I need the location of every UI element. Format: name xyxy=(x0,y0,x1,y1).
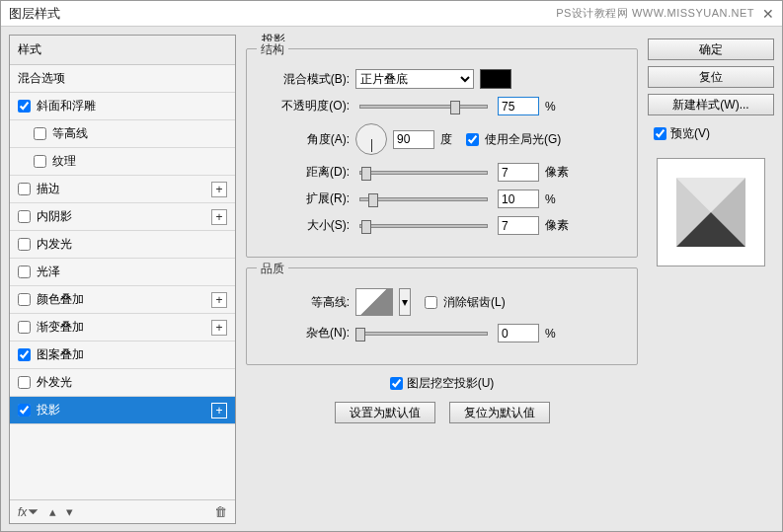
distance-slider[interactable] xyxy=(359,171,488,175)
quality-legend: 品质 xyxy=(257,261,288,277)
structure-fieldset: 结构 混合模式(B): 正片叠底 不透明度(O): % 角度(A): 度 使用全… xyxy=(246,48,638,258)
add-effect-icon[interactable]: + xyxy=(211,403,227,418)
style-checkbox[interactable] xyxy=(18,210,31,223)
preview-shape xyxy=(676,178,745,247)
style-checkbox[interactable] xyxy=(34,155,46,168)
add-effect-icon[interactable]: + xyxy=(211,292,227,308)
blend-mode-select[interactable]: 正片叠底 xyxy=(355,69,474,89)
contour-picker[interactable] xyxy=(355,288,393,316)
window-title: 图层样式 xyxy=(9,5,556,23)
fx-menu-icon[interactable]: fx⏷ xyxy=(18,504,39,519)
style-row-2[interactable]: 纹理 xyxy=(10,148,235,176)
angle-dial[interactable] xyxy=(355,123,387,155)
blend-mode-row: 混合模式(B): 正片叠底 xyxy=(261,69,623,89)
style-checkbox[interactable] xyxy=(18,238,31,251)
spread-slider[interactable] xyxy=(359,197,488,201)
style-row-5[interactable]: 内发光 xyxy=(10,231,235,259)
angle-input[interactable] xyxy=(393,130,434,149)
style-row-7[interactable]: 颜色叠加+ xyxy=(10,286,235,314)
style-label: 纹理 xyxy=(52,153,227,170)
add-effect-icon[interactable]: + xyxy=(211,209,227,225)
style-row-11[interactable]: 投影+ xyxy=(10,397,235,424)
style-checkbox[interactable] xyxy=(18,376,31,389)
watermark-text: PS设计教程网 WWW.MISSYUAN.NET xyxy=(556,6,754,21)
size-slider[interactable] xyxy=(359,224,488,228)
style-row-0[interactable]: 斜面和浮雕 xyxy=(10,93,235,120)
style-label: 颜色叠加 xyxy=(37,291,211,308)
size-input[interactable] xyxy=(498,216,539,235)
style-checkbox[interactable] xyxy=(18,293,31,306)
move-down-icon[interactable]: ▾ xyxy=(66,504,73,519)
add-effect-icon[interactable]: + xyxy=(211,182,227,197)
style-row-3[interactable]: 描边+ xyxy=(10,176,235,203)
contour-dropdown-icon[interactable]: ▾ xyxy=(399,288,411,316)
noise-row: 杂色(N): % xyxy=(261,324,623,342)
style-checkbox[interactable] xyxy=(18,183,31,195)
size-row: 大小(S): 像素 xyxy=(261,216,623,235)
move-up-icon[interactable]: ▴ xyxy=(49,504,56,519)
style-label: 内阴影 xyxy=(37,208,211,225)
close-icon[interactable]: ✕ xyxy=(762,6,774,22)
style-checkbox[interactable] xyxy=(18,404,31,417)
preview-checkbox[interactable] xyxy=(654,127,666,140)
right-panel: 确定 复位 新建样式(W)... 预览(V) xyxy=(648,35,774,524)
title-bar: 图层样式 PS设计教程网 WWW.MISSYUAN.NET ✕ xyxy=(1,1,782,27)
ok-button[interactable]: 确定 xyxy=(648,38,774,60)
style-row-9[interactable]: 图案叠加 xyxy=(10,342,235,369)
add-effect-icon[interactable]: + xyxy=(211,320,227,336)
style-label: 光泽 xyxy=(37,264,227,280)
style-row-1[interactable]: 等高线 xyxy=(10,120,235,148)
opacity-slider[interactable] xyxy=(359,105,488,109)
style-row-6[interactable]: 光泽 xyxy=(10,259,235,286)
style-label: 投影 xyxy=(37,402,211,418)
cancel-button[interactable]: 复位 xyxy=(648,66,774,88)
trash-icon[interactable]: 🗑 xyxy=(214,504,227,519)
style-label: 斜面和浮雕 xyxy=(37,98,227,114)
blend-options-row[interactable]: 混合选项 xyxy=(10,65,235,93)
style-label: 描边 xyxy=(37,181,211,197)
settings-panel: 投影 结构 混合模式(B): 正片叠底 不透明度(O): % 角度(A): 度 xyxy=(244,35,640,524)
spread-row: 扩展(R): % xyxy=(261,190,623,208)
style-label: 渐变叠加 xyxy=(37,319,211,336)
style-row-10[interactable]: 外发光 xyxy=(10,369,235,397)
preview-row: 预览(V) xyxy=(654,125,768,142)
styles-footer: fx⏷ ▴ ▾ 🗑 xyxy=(10,499,235,523)
style-checkbox[interactable] xyxy=(18,348,31,361)
defaults-row: 设置为默认值 复位为默认值 xyxy=(244,402,640,423)
style-row-4[interactable]: 内阴影+ xyxy=(10,203,235,231)
style-label: 图案叠加 xyxy=(37,346,227,363)
reset-default-button[interactable]: 复位为默认值 xyxy=(449,402,550,423)
antialias-checkbox[interactable] xyxy=(425,296,437,309)
opacity-row: 不透明度(O): % xyxy=(261,97,623,115)
shadow-color-swatch[interactable] xyxy=(480,69,511,89)
knockout-checkbox[interactable] xyxy=(390,377,403,390)
knockout-row: 图层挖空投影(U) xyxy=(250,375,634,392)
style-checkbox[interactable] xyxy=(18,321,31,334)
main-area: 样式 混合选项 斜面和浮雕等高线纹理描边+内阴影+内发光光泽颜色叠加+渐变叠加+… xyxy=(1,27,782,532)
style-checkbox[interactable] xyxy=(18,100,31,113)
style-checkbox[interactable] xyxy=(18,266,31,278)
style-checkbox[interactable] xyxy=(34,127,46,140)
styles-list-panel: 样式 混合选项 斜面和浮雕等高线纹理描边+内阴影+内发光光泽颜色叠加+渐变叠加+… xyxy=(9,35,236,524)
opacity-input[interactable] xyxy=(498,97,539,115)
style-label: 外发光 xyxy=(37,374,227,391)
contour-row: 等高线: ▾ 消除锯齿(L) xyxy=(261,288,623,316)
noise-slider[interactable] xyxy=(359,332,488,336)
styles-header: 样式 xyxy=(10,36,235,65)
style-row-8[interactable]: 渐变叠加+ xyxy=(10,314,235,342)
style-label: 等高线 xyxy=(52,125,227,142)
quality-fieldset: 品质 等高线: ▾ 消除锯齿(L) 杂色(N): % xyxy=(246,267,638,365)
preview-box xyxy=(657,158,765,266)
angle-row: 角度(A): 度 使用全局光(G) xyxy=(261,123,623,155)
global-light-checkbox[interactable] xyxy=(466,133,479,146)
noise-input[interactable] xyxy=(498,324,539,342)
structure-legend: 结构 xyxy=(257,41,288,58)
distance-row: 距离(D): 像素 xyxy=(261,163,623,182)
distance-input[interactable] xyxy=(498,163,539,182)
new-style-button[interactable]: 新建样式(W)... xyxy=(648,94,774,115)
spread-input[interactable] xyxy=(498,190,539,208)
make-default-button[interactable]: 设置为默认值 xyxy=(335,402,435,423)
style-label: 内发光 xyxy=(37,236,227,253)
